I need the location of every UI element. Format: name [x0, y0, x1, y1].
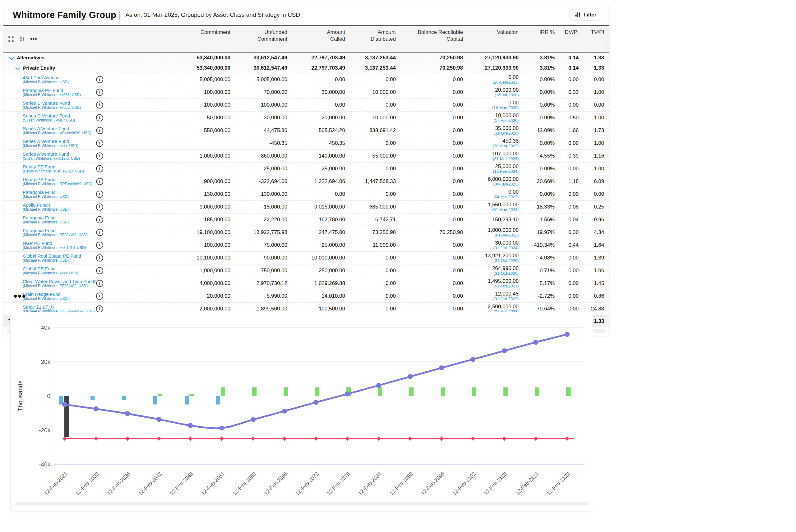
- valuation-amount: 264,990.00: [463, 266, 519, 271]
- chevron-down-icon[interactable]: [9, 55, 14, 60]
- valuation-cell: 20,000.00(16-Jul-2020): [463, 86, 519, 99]
- info-icon[interactable]: i: [96, 204, 103, 211]
- capital-calls-bar: [59, 396, 63, 404]
- info-icon[interactable]: i: [96, 153, 103, 160]
- table-row: Global Real Estate PE Fund(Michael R Whi…: [3, 252, 609, 264]
- info-icon[interactable]: i: [96, 89, 103, 96]
- dvpi-cell: 0.00: [555, 264, 579, 277]
- valuation-cell: 1,495,000.00(01-Oct-2021): [463, 277, 519, 290]
- irr-cell: 0.00%: [519, 86, 555, 99]
- cumulative-line-marker: [345, 392, 350, 397]
- x-axis-tick-label: 12-Feb-2060: [232, 471, 257, 496]
- filter-button[interactable]: Filter: [569, 9, 602, 21]
- fund-name-cell: Patagonia PE Fund(Michael R Whitmore: xx…: [3, 86, 178, 99]
- col-header-valuation[interactable]: Valuation: [463, 26, 519, 53]
- distributions-bar: [158, 394, 162, 396]
- valuation-amount: 2,500,000.00: [463, 304, 519, 309]
- unfunded-cell: 5,005,000.00: [230, 73, 287, 86]
- unfunded-cell: 18,922,775.98: [230, 226, 287, 239]
- col-header-amount-called[interactable]: Amount Called: [287, 26, 345, 53]
- valuation-amount: 27,120,933.90: [463, 65, 519, 71]
- distributions-bar: [189, 394, 194, 396]
- info-icon[interactable]: i: [96, 165, 103, 172]
- valuation-cell: 107,000.00(31-Mar-2023): [463, 150, 519, 163]
- cumulative-line-marker: [125, 411, 130, 416]
- valuation-amount: 107,000.00: [463, 151, 519, 157]
- chart-menu-icon[interactable]: •••: [14, 290, 26, 302]
- cumulative-line-marker: [188, 423, 193, 428]
- valuation-amount: 20,000.00: [463, 87, 519, 93]
- irr-cell: 0.00%: [519, 163, 555, 175]
- commitment-cell: 185,000.00: [178, 213, 230, 226]
- commitment-cell: 19,100,000.00: [178, 226, 230, 239]
- table-row: Patagonia Fund(Michael R Whitmore: PF88x…: [3, 226, 609, 239]
- unfunded-cell: -15,000.00: [230, 201, 287, 213]
- floor-line-marker: [471, 437, 475, 441]
- info-icon[interactable]: i: [96, 191, 103, 198]
- tvpi-cell: 1.06: [579, 264, 609, 277]
- table-more-icon[interactable]: •••: [30, 37, 37, 40]
- col-header-balance-recallable[interactable]: Balance Recallable Capital: [396, 26, 463, 53]
- col-header-irr[interactable]: IRR %: [519, 26, 555, 53]
- info-icon[interactable]: i: [96, 76, 103, 83]
- info-icon[interactable]: i: [96, 101, 103, 109]
- info-icon[interactable]: i: [96, 114, 103, 121]
- info-icon[interactable]: i: [96, 127, 103, 134]
- table-header-row: ↖↗↙↘ ↘↙↗↖ ••• Commitment Unfunded Commit…: [3, 26, 609, 53]
- chart-horizontal-scrollbar[interactable]: [15, 502, 588, 506]
- dvpi-cell: 1.66: [555, 124, 579, 137]
- info-icon[interactable]: i: [96, 229, 103, 236]
- unfunded-cell: 5,990.00: [230, 290, 287, 303]
- col-header-unfunded[interactable]: Unfunded Commitment: [230, 26, 287, 53]
- info-icon[interactable]: i: [96, 216, 103, 224]
- dvpi-cell: 0.50: [555, 112, 579, 124]
- table-row: Series A Venture Fund(Michael R Whitmore…: [3, 124, 609, 137]
- unfunded-cell: -450.35: [230, 137, 287, 150]
- balance-cell: 0.00: [396, 201, 463, 213]
- col-header-amount-distributed[interactable]: Amount Distributed: [345, 26, 396, 53]
- valuation-amount: 10,000.00: [463, 113, 519, 118]
- cumulative-line-marker: [156, 417, 161, 422]
- collapse-all-icon[interactable]: ↘↙↗↖: [19, 36, 25, 42]
- capital-calls-bar: [122, 396, 126, 400]
- group-label: Alternatives: [17, 55, 44, 60]
- valuation-amount: 150,293.10: [463, 217, 519, 223]
- tvpi-cell: 0.86: [579, 290, 609, 303]
- called-cell: 0.00: [287, 73, 345, 86]
- irr-cell: 12.09%: [519, 124, 555, 137]
- unfunded-cell: -25,000.00: [230, 163, 287, 175]
- info-icon[interactable]: i: [96, 280, 103, 287]
- balance-cell: 0.00: [396, 73, 463, 86]
- report-subtitle: As on: 31-Mar-2025, Grouped by Asset-Cla…: [125, 12, 300, 18]
- called-cell: 20,000.00: [287, 112, 345, 124]
- called-cell: 30,000.00: [287, 86, 345, 99]
- info-icon[interactable]: i: [96, 254, 103, 262]
- distributed-cell: 685,000.00: [345, 201, 396, 213]
- balance-cell: 70,250.98: [396, 226, 463, 239]
- fund-name-cell: Realty PE Fund(Michael R Whitmore: RPExx…: [3, 175, 178, 188]
- valuation-amount: 1,495,000.00: [463, 279, 519, 284]
- col-header-tvpi[interactable]: TV/PI: [579, 26, 609, 53]
- group-row-alternatives[interactable]: Alternatives53,340,000.0030,612,547.4922…: [3, 53, 609, 63]
- expand-all-icon[interactable]: ↖↗↙↘: [8, 36, 14, 42]
- valuation-amount: 6,000,000.00: [463, 176, 519, 182]
- distributions-bar: [221, 387, 225, 396]
- floor-line-marker: [439, 437, 444, 441]
- chevron-down-icon[interactable]: [15, 65, 20, 70]
- tvpi-cell: 1.33: [579, 63, 609, 73]
- balance-cell: 0.00: [396, 150, 463, 163]
- group-row-private-equity[interactable]: Private Equity53,340,000.0030,612,547.49…: [3, 63, 609, 73]
- dvpi-cell: 0.00: [555, 73, 579, 86]
- distributed-cell: 0.00: [345, 264, 396, 277]
- called-cell: 22,797,703.49: [287, 53, 345, 63]
- info-icon[interactable]: i: [96, 242, 103, 249]
- info-icon[interactable]: i: [96, 178, 103, 185]
- info-icon[interactable]: i: [96, 293, 103, 300]
- tvpi-cell: 0.00: [579, 188, 609, 201]
- col-header-commitment[interactable]: Commitment: [178, 26, 230, 53]
- info-icon[interactable]: i: [96, 140, 103, 147]
- table-row: 43rd Park Avenue(Michael R Whitmore: USD…: [3, 73, 609, 86]
- irr-cell: -2.72%: [519, 290, 555, 303]
- info-icon[interactable]: i: [96, 267, 103, 274]
- col-header-dvpi[interactable]: DV/PI: [555, 26, 579, 53]
